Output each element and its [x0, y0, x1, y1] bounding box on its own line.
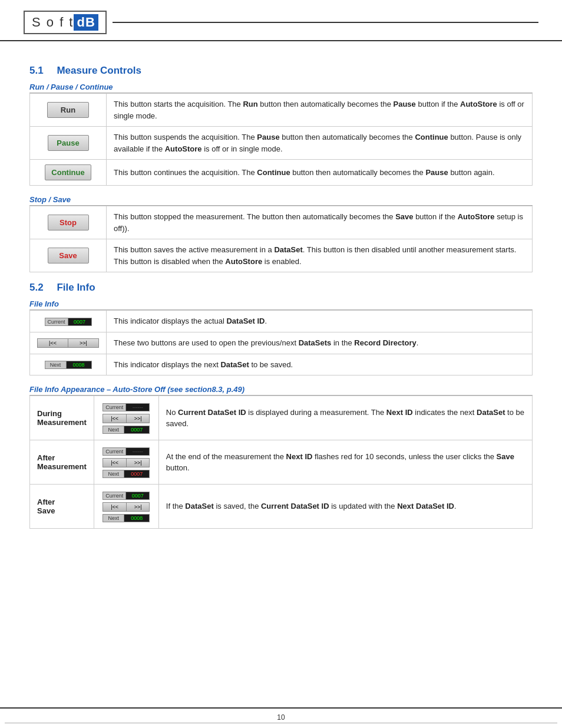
- after-meas-current-value: ------: [126, 448, 149, 455]
- during-current-row: Current ------: [103, 404, 149, 411]
- during-description: No Current DataSet ID is displayed durin…: [158, 396, 532, 440]
- during-next-indicator: Next 0007: [103, 426, 150, 434]
- after-meas-next-label: Next: [103, 470, 124, 477]
- pause-button[interactable]: Pause: [48, 135, 89, 151]
- after-save-description: If the DataSet is saved, the Current Dat…: [158, 485, 532, 529]
- after-meas-next-value: 0007: [124, 470, 149, 477]
- next-description: This indicator displays the next DataSet…: [107, 354, 533, 375]
- during-nav-buttons: |<< >>|: [103, 414, 150, 423]
- during-widget-cell: Current ------ |<< >>| Next 0007: [94, 396, 158, 440]
- during-label: DuringMeasurement: [30, 396, 94, 440]
- header-line: [113, 22, 538, 23]
- subsection-stop-save: Stop / Save: [29, 195, 533, 206]
- subsection-file-info-appearance: File Info Appearance – Auto-Store Off (s…: [29, 385, 533, 396]
- page-header: S o f t dB: [0, 0, 562, 41]
- prev-dataset-button[interactable]: |<<: [38, 339, 68, 347]
- next-row: Next 0008: [45, 361, 91, 368]
- table-row: Continue This button continues the acqui…: [30, 160, 533, 186]
- nav-description: These two buttons are used to open the p…: [107, 332, 533, 354]
- nav-buttons: |<< >>|: [37, 338, 99, 348]
- table-row: DuringMeasurement Current ------ |<< >>|: [30, 396, 533, 440]
- logo-soft-text: S o f t: [32, 15, 74, 30]
- table-row: AfterMeasurement Current ------ |<< >>|: [30, 440, 533, 485]
- during-prev-button[interactable]: |<<: [103, 414, 127, 423]
- table-row: Next 0008 This indicator displays the ne…: [30, 354, 533, 375]
- current-indicator-cell: Current 0007: [30, 311, 107, 332]
- after-save-next-row: Next 0008: [103, 515, 149, 522]
- section-51-title: 5.1 Measure Controls: [29, 65, 533, 77]
- run-button[interactable]: Run: [47, 102, 89, 118]
- after-save-widget: Current 0007 |<< >>| Next 0008: [103, 492, 150, 522]
- after-save-current-label: Current: [103, 492, 126, 499]
- after-meas-widget: Current ------ |<< >>| Next 0007: [103, 447, 150, 478]
- next-dataset-button[interactable]: >>|: [68, 339, 98, 347]
- table-row: |<< >>| These two buttons are used to op…: [30, 332, 533, 354]
- after-meas-current-row: Current ------: [103, 448, 149, 455]
- save-button[interactable]: Save: [48, 248, 89, 263]
- after-save-next-label: Next: [103, 515, 124, 522]
- continue-description: This button continues the acquisition. T…: [107, 160, 533, 186]
- stop-description: This button stopped the measurement. The…: [107, 206, 533, 239]
- next-value: 0008: [67, 361, 91, 368]
- table-row: Pause This button suspends the acquisiti…: [30, 127, 533, 160]
- subsection-file-info: File Info: [29, 299, 533, 310]
- table-row: AfterSave Current 0007 |<< >>|: [30, 485, 533, 529]
- after-save-current-row: Current 0007: [103, 492, 149, 499]
- after-save-next-value: 0008: [124, 515, 149, 522]
- save-description: This button saves the active measurement…: [107, 239, 533, 272]
- logo-db-text: dB: [74, 14, 98, 31]
- current-value: 0007: [68, 318, 91, 325]
- current-row: Current 0007: [45, 318, 91, 325]
- during-next-button[interactable]: >>|: [127, 414, 150, 423]
- current-indicator: Current 0007: [45, 318, 92, 326]
- during-current-label: Current: [103, 404, 126, 411]
- save-button-cell: Save: [30, 239, 107, 272]
- next-indicator-cell: Next 0008: [30, 354, 107, 375]
- run-pause-continue-table: Run This button starts the acquisition. …: [29, 93, 533, 186]
- after-save-nav-buttons: |<< >>|: [103, 502, 150, 512]
- after-save-current-value: 0007: [126, 492, 149, 499]
- pause-description: This button suspends the acquisition. Th…: [107, 127, 533, 160]
- logo: S o f t dB: [24, 11, 107, 34]
- section-52-title: 5.2 File Info: [29, 282, 533, 294]
- after-meas-nav-buttons: |<< >>|: [103, 458, 150, 467]
- after-meas-current-label: Current: [103, 448, 126, 455]
- after-save-prev-button[interactable]: |<<: [103, 503, 127, 511]
- next-label: Next: [45, 361, 67, 368]
- after-meas-label: AfterMeasurement: [30, 440, 94, 485]
- after-meas-next-indicator: Next 0007: [103, 470, 150, 478]
- after-save-widget-cell: Current 0007 |<< >>| Next 0008: [94, 485, 158, 529]
- current-label: Current: [45, 318, 68, 325]
- after-meas-description: At the end of the measurement the Next I…: [158, 440, 532, 485]
- page-footer: 10: [0, 707, 562, 728]
- continue-button-cell: Continue: [30, 160, 107, 186]
- after-save-next-button[interactable]: >>|: [127, 503, 150, 511]
- stop-button[interactable]: Stop: [48, 215, 89, 230]
- after-save-label: AfterSave: [30, 485, 94, 529]
- continue-button[interactable]: Continue: [45, 164, 91, 180]
- file-info-table: Current 0007 This indicator displays the…: [29, 310, 533, 375]
- current-description: This indicator displays the actual DataS…: [107, 311, 533, 332]
- table-row: Current 0007 This indicator displays the…: [30, 311, 533, 332]
- during-widget: Current ------ |<< >>| Next 0007: [103, 403, 150, 434]
- after-meas-next-button[interactable]: >>|: [127, 459, 150, 467]
- during-next-value: 0007: [124, 426, 149, 433]
- footer-bottom-line: [5, 723, 557, 723]
- nav-buttons-cell: |<< >>|: [30, 332, 107, 354]
- during-next-row: Next 0007: [103, 426, 149, 433]
- table-row: Stop This button stopped the measurement…: [30, 206, 533, 239]
- run-description: This button starts the acquisition. The …: [107, 94, 533, 127]
- next-indicator: Next 0008: [45, 361, 92, 369]
- after-save-next-indicator: Next 0008: [103, 514, 150, 522]
- main-content: 5.1 Measure Controls Run / Pause / Conti…: [0, 41, 562, 564]
- during-current-value: ------: [126, 404, 149, 411]
- pause-button-cell: Pause: [30, 127, 107, 160]
- page-number: 10: [277, 713, 285, 722]
- stop-button-cell: Stop: [30, 206, 107, 239]
- after-meas-prev-button[interactable]: |<<: [103, 459, 127, 467]
- after-meas-next-row: Next 0007: [103, 470, 149, 477]
- after-meas-current-indicator: Current ------: [103, 447, 150, 456]
- after-meas-widget-cell: Current ------ |<< >>| Next 0007: [94, 440, 158, 485]
- stop-save-table: Stop This button stopped the measurement…: [29, 206, 533, 272]
- subsection-run-pause-continue: Run / Pause / Continue: [29, 83, 533, 93]
